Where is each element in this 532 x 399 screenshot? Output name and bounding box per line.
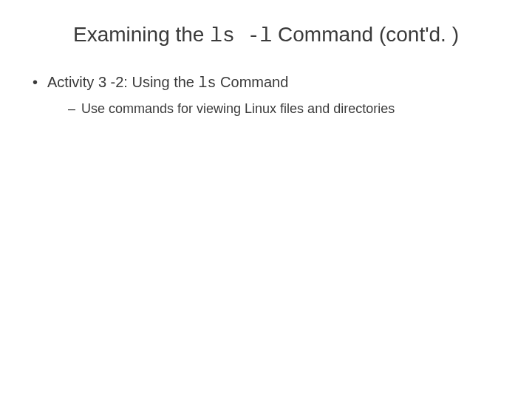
title-suffix: Command (cont'd. ) [272,23,459,46]
sub-item: Use commands for viewing Linux files and… [68,99,517,119]
bullet-prefix: Activity 3 -2: Using the [47,74,199,90]
bullet-item: Activity 3 -2: Using the ls Command Use … [33,71,517,119]
title-prefix: Examining the [73,23,210,46]
bullet-suffix: Command [216,74,289,90]
bullet-list: Activity 3 -2: Using the ls Command Use … [15,71,517,119]
sub-list: Use commands for viewing Linux files and… [47,99,517,119]
sub-item-text: Use commands for viewing Linux files and… [81,101,395,116]
title-code: ls -l [210,24,272,47]
bullet-code: ls [199,75,216,92]
slide-title: Examining the ls -l Command (cont'd. ) [15,21,517,50]
